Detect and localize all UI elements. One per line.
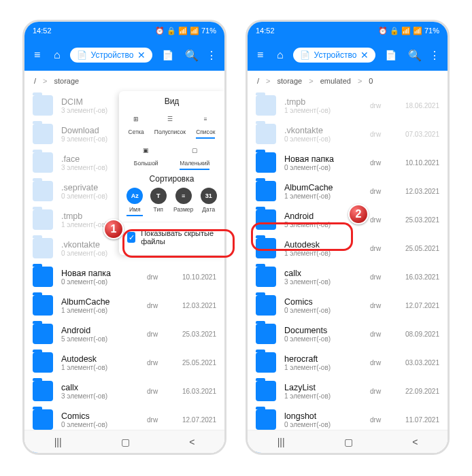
close-icon[interactable]: ✕ bbox=[137, 50, 146, 60]
file-date: 12.03.2021 bbox=[397, 188, 439, 195]
home-icon[interactable]: ⌂ bbox=[50, 47, 64, 63]
file-date: 16.03.2021 bbox=[397, 273, 439, 281]
sort-option-icon: T bbox=[150, 188, 167, 204]
file-row[interactable]: Documents0 элемент(-ов)drw08.09.2021 bbox=[248, 320, 448, 348]
sort-option-icon: Az bbox=[127, 188, 143, 204]
nav-recents-icon[interactable]: ||| bbox=[54, 437, 62, 447]
more-icon[interactable]: ⋮ bbox=[428, 47, 442, 63]
new-tab-icon[interactable]: 📄 bbox=[385, 50, 397, 61]
more-icon[interactable]: ⋮ bbox=[205, 47, 219, 63]
file-permissions: drw bbox=[147, 302, 174, 309]
folder-icon bbox=[256, 352, 276, 373]
breadcrumb-part[interactable]: storage bbox=[54, 77, 80, 85]
file-row[interactable]: Новая папка0 элемент(-ов)drw10.10.2021 bbox=[248, 148, 448, 177]
sort-option-label: Имя bbox=[129, 206, 141, 213]
file-name: Documents bbox=[284, 326, 370, 335]
file-row[interactable]: .vkontakte0 элемент(-ов)drw07.03.2021 bbox=[248, 120, 448, 148]
file-permissions: drw bbox=[370, 359, 397, 367]
file-date: 11.07.2021 bbox=[397, 416, 439, 424]
folder-icon bbox=[256, 295, 276, 316]
file-name: callx bbox=[284, 269, 370, 278]
folder-icon bbox=[33, 209, 53, 230]
file-date: 10.10.2021 bbox=[397, 159, 439, 167]
view-option[interactable]: ☰Полусписок bbox=[154, 112, 186, 139]
file-name: callx bbox=[61, 383, 147, 392]
file-name: Comics bbox=[61, 411, 147, 421]
file-row[interactable]: callx3 элемент(-ов)drw16.03.2021 bbox=[24, 377, 224, 405]
file-row[interactable]: Android5 элемент(-ов)drw25.03.2021 bbox=[24, 320, 224, 348]
app-bar: ≡ ⌂ 📄 Устройство ✕ 📄 🔍 ⋮ bbox=[248, 39, 448, 71]
show-hidden-checkbox[interactable]: ✓ Показывать скрытые файлы bbox=[123, 222, 220, 252]
file-row[interactable]: AlbumCache1 элемент(-ов)drw12.03.2021 bbox=[248, 177, 448, 205]
sort-option[interactable]: 31Дата bbox=[201, 188, 217, 216]
menu-icon[interactable]: ≡ bbox=[253, 47, 267, 63]
sort-option[interactable]: AzИмя bbox=[127, 188, 143, 216]
file-name: .vkontakte bbox=[284, 126, 370, 135]
folder-icon bbox=[256, 181, 276, 201]
sort-option-label: Размер bbox=[173, 206, 193, 213]
search-icon[interactable]: 🔍 bbox=[184, 47, 199, 63]
view-option[interactable]: ≡Список bbox=[196, 112, 215, 139]
search-icon[interactable]: 🔍 bbox=[407, 47, 422, 63]
home-icon[interactable]: ⌂ bbox=[273, 47, 287, 63]
file-row[interactable]: .tmpb1 элемент(-ов)drw18.06.2021 bbox=[248, 91, 448, 120]
nav-home-icon[interactable]: ▢ bbox=[121, 437, 130, 447]
file-subtitle: 3 элемент(-ов) bbox=[284, 278, 370, 286]
phone-right: 14:52 ⏰ 🔒 📶 📶 71% ≡ ⌂ 📄 Устройство ✕ 📄 🔍… bbox=[246, 20, 450, 455]
breadcrumb-part[interactable]: / bbox=[34, 77, 36, 85]
file-permissions: drw bbox=[370, 131, 397, 138]
tab-chip[interactable]: 📄 Устройство ✕ bbox=[70, 48, 153, 63]
nav-home-icon[interactable]: ▢ bbox=[344, 437, 353, 447]
system-nav: ||| ▢ < bbox=[248, 430, 448, 453]
nav-back-icon[interactable]: < bbox=[412, 437, 418, 447]
file-row[interactable]: Android5 элемент(-ов)drw25.03.2021 bbox=[248, 205, 448, 234]
file-name: LazyList bbox=[284, 383, 370, 392]
folder-icon bbox=[33, 267, 53, 287]
view-options-size: ▣Большой▢Маленький bbox=[123, 143, 220, 170]
view-option[interactable]: ⊞Сетка bbox=[129, 112, 144, 139]
sort-option[interactable]: ≡Размер bbox=[173, 188, 193, 216]
system-nav: ||| ▢ < bbox=[24, 430, 224, 453]
view-size-option[interactable]: ▢Маленький bbox=[180, 143, 209, 170]
breadcrumb-part[interactable]: storage bbox=[277, 77, 303, 85]
file-subtitle: 3 элемент(-ов) bbox=[61, 392, 147, 400]
file-permissions: drw bbox=[370, 159, 397, 167]
file-subtitle: 0 элемент(-ов) bbox=[284, 421, 370, 428]
file-permissions: drw bbox=[370, 388, 397, 395]
file-permissions: drw bbox=[370, 188, 397, 195]
file-date: 22.09.2021 bbox=[397, 388, 439, 395]
tab-chip[interactable]: 📄 Устройство ✕ bbox=[293, 48, 376, 63]
sort-option-icon: ≡ bbox=[175, 188, 192, 204]
file-row[interactable]: Autodesk1 элемент(-ов)drw25.05.2021 bbox=[248, 234, 448, 262]
file-date: 18.06.2021 bbox=[397, 102, 439, 109]
file-row[interactable]: callx3 элемент(-ов)drw16.03.2021 bbox=[248, 262, 448, 291]
file-name: Новая папка bbox=[61, 269, 147, 278]
file-row[interactable]: LazyList1 элемент(-ов)drw22.09.2021 bbox=[248, 377, 448, 405]
menu-icon[interactable]: ≡ bbox=[30, 47, 44, 63]
file-row[interactable]: Новая папка0 элемент(-ов)drw10.10.2021 bbox=[24, 262, 224, 291]
file-date: 12.07.2021 bbox=[174, 416, 216, 424]
new-tab-icon[interactable]: 📄 bbox=[162, 50, 173, 61]
close-icon[interactable]: ✕ bbox=[360, 50, 369, 60]
file-permissions: drw bbox=[147, 273, 174, 281]
status-icons: ⏰ 🔒 📶 📶 71% bbox=[378, 27, 439, 35]
view-size-option-label: Маленький bbox=[180, 160, 209, 167]
file-date: 07.03.2021 bbox=[397, 131, 439, 138]
file-row[interactable]: Autodesk1 элемент(-ов)drw25.05.2021 bbox=[24, 348, 224, 377]
nav-recents-icon[interactable]: ||| bbox=[277, 437, 285, 447]
breadcrumb-part[interactable]: 0 bbox=[369, 77, 373, 85]
nav-back-icon[interactable]: < bbox=[189, 437, 195, 447]
view-option-label: Сетка bbox=[129, 129, 144, 135]
sort-option[interactable]: TТип bbox=[150, 188, 167, 216]
file-row[interactable]: Comics0 элемент(-ов)drw12.07.2021 bbox=[248, 291, 448, 320]
view-size-option[interactable]: ▣Большой bbox=[134, 143, 158, 170]
breadcrumb-part[interactable]: / bbox=[257, 77, 259, 85]
folder-icon bbox=[33, 238, 53, 258]
breadcrumb-part[interactable]: emulated bbox=[320, 77, 351, 85]
file-subtitle: 0 элемент(-ов) bbox=[284, 307, 370, 314]
view-heading: Вид bbox=[123, 97, 220, 106]
file-subtitle: 1 элемент(-ов) bbox=[284, 192, 370, 200]
file-row[interactable]: AlbumCache1 элемент(-ов)drw12.03.2021 bbox=[24, 291, 224, 320]
file-row[interactable]: herocraft1 элемент(-ов)drw03.03.2021 bbox=[248, 348, 448, 377]
file-subtitle: 0 элемент(-ов) bbox=[284, 164, 370, 171]
